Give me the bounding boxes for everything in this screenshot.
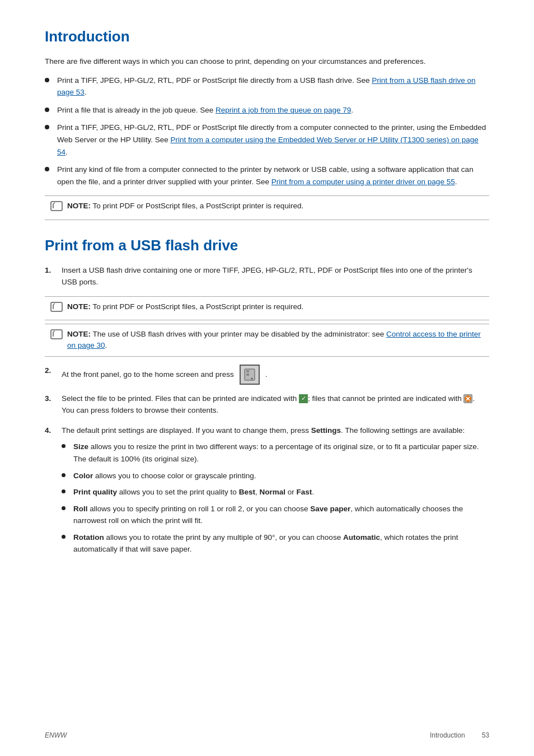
step-content: The default print settings are displayed… — [62, 424, 489, 560]
list-item-text: Print a file that is already in the job … — [57, 104, 353, 116]
bullet-dot — [45, 125, 49, 129]
list-item-text: Print a TIFF, JPEG, HP-GL/2, RTL, PDF or… — [57, 122, 489, 158]
reprint-link[interactable]: Reprint a job from the queue on page 79 — [216, 106, 351, 114]
list-item: Print a TIFF, JPEG, HP-GL/2, RTL, PDF or… — [45, 122, 489, 158]
list-item: Color allows you to choose color or gray… — [62, 470, 489, 482]
svg-rect-11 — [246, 374, 249, 376]
note-label: NOTE: — [67, 330, 91, 338]
step1-note1: NOTE: To print PDF or PostScript files, … — [45, 296, 489, 320]
usb-steps-list: 1. Insert a USB flash drive containing o… — [45, 264, 489, 560]
svg-line-15 — [466, 397, 470, 400]
list-item: Print quality allows you to set the prin… — [62, 486, 489, 498]
intro-note: NOTE: To print PDF or PostScript files, … — [45, 195, 489, 220]
bullet-dot — [45, 108, 49, 112]
svg-point-13 — [465, 395, 471, 402]
list-item: 4. The default print settings are displa… — [45, 424, 489, 560]
bullet-dot — [62, 506, 65, 510]
intro-bullet-list: Print a TIFF, JPEG, HP-GL/2, RTL, PDF or… — [45, 74, 489, 188]
note-text: To print PDF or PostScript files, a Post… — [93, 202, 304, 210]
svg-rect-0 — [51, 202, 62, 211]
svg-line-14 — [466, 397, 470, 400]
list-item: Print a file that is already in the job … — [45, 104, 489, 116]
usb-section-heading: Print from a USB flash drive — [45, 237, 489, 254]
introduction-heading: Introduction — [45, 28, 489, 45]
note-icon — [50, 302, 63, 315]
step4-intro: The default print settings are displayed… — [62, 426, 465, 435]
bullet-dot — [62, 535, 65, 539]
list-item: 2. At the front panel, go to the home sc… — [45, 365, 489, 385]
list-item-note: NOTE: To print PDF or PostScript files, … — [45, 296, 489, 320]
note-content: NOTE: The use of USB flash drives with y… — [67, 329, 484, 352]
step-number: 1. — [45, 264, 62, 277]
bullet-dot — [62, 473, 65, 477]
footer-right: Introduction 53 — [430, 731, 489, 739]
control-access-link[interactable]: Control access to the printer on page 30 — [67, 330, 481, 349]
list-item: Print a TIFF, JPEG, HP-GL/2, RTL, PDF or… — [45, 74, 489, 99]
setting-quality: Print quality allows you to set the prin… — [73, 486, 314, 498]
list-item: Roll allows you to specify printing on r… — [62, 503, 489, 527]
svg-line-8 — [53, 331, 55, 332]
step2-text: At the front panel, go to the home scree… — [62, 368, 234, 381]
bullet-dot — [45, 167, 49, 171]
error-icon — [463, 394, 472, 403]
usb-flash-drive-link[interactable]: Print from a USB flash drive on page 53 — [57, 76, 476, 97]
note-text: The use of USB flash drives with your pr… — [67, 330, 481, 349]
svg-point-12 — [251, 377, 252, 379]
step-content: Select the file to be printed. Files tha… — [62, 393, 489, 417]
step-number: 4. — [45, 424, 62, 437]
list-item-text: Print any kind of file from a computer c… — [57, 164, 489, 188]
list-item: Rotation allows you to rotate the print … — [62, 531, 489, 556]
list-item: Print any kind of file from a computer c… — [45, 164, 489, 188]
step-content: Insert a USB flash drive containing one … — [62, 264, 489, 288]
setting-rotation: Rotation allows you to rotate the print … — [73, 531, 489, 556]
setting-color: Color allows you to choose color or gray… — [73, 470, 256, 482]
svg-line-5 — [53, 304, 55, 305]
note-label: NOTE: — [67, 202, 91, 210]
step1-note2: NOTE: The use of USB flash drives with y… — [45, 324, 489, 357]
list-item: 1. Insert a USB flash drive containing o… — [45, 264, 489, 288]
setting-size: Size allows you to resize the print in t… — [73, 441, 489, 465]
footer-section-label: Introduction — [430, 731, 465, 739]
list-item-text: Print a TIFF, JPEG, HP-GL/2, RTL, PDF or… — [57, 74, 489, 99]
step-number: 2. — [45, 365, 62, 377]
settings-list: Size allows you to resize the print in t… — [62, 441, 489, 556]
list-item: Size allows you to resize the print in t… — [62, 441, 489, 465]
svg-rect-6 — [51, 330, 62, 339]
step-number: 3. — [45, 393, 62, 405]
note-content: NOTE: To print PDF or PostScript files, … — [67, 200, 484, 212]
footer-enww: ENWW — [45, 731, 67, 739]
note-content: NOTE: To print PDF or PostScript files, … — [67, 301, 484, 312]
period: . — [265, 368, 268, 381]
step-content: At the front panel, go to the home scree… — [62, 365, 489, 385]
list-item: 3. Select the file to be printed. Files … — [45, 393, 489, 417]
printer-driver-link[interactable]: Print from a computer using a printer dr… — [271, 178, 455, 186]
bullet-dot — [62, 444, 65, 448]
svg-rect-3 — [51, 302, 62, 311]
note-label: NOTE: — [67, 302, 91, 311]
note-icon — [50, 329, 63, 343]
page-footer: ENWW Introduction 53 — [45, 731, 489, 739]
svg-rect-9 — [245, 369, 255, 380]
bullet-dot — [62, 489, 65, 493]
svg-rect-10 — [246, 370, 249, 372]
note-icon — [50, 201, 63, 214]
svg-line-2 — [53, 203, 55, 204]
intro-paragraph: There are five different ways in which y… — [45, 55, 489, 68]
note-text: To print PDF or PostScript files, a Post… — [93, 302, 304, 311]
list-item-note2: NOTE: The use of USB flash drives with y… — [45, 324, 489, 357]
footer-page-number: 53 — [482, 731, 489, 739]
ews-link[interactable]: Print from a computer using the Embedded… — [57, 136, 479, 156]
panel-icon — [240, 365, 260, 385]
bullet-dot — [45, 78, 49, 82]
setting-roll: Roll allows you to specify printing on r… — [73, 503, 489, 527]
check-icon — [299, 394, 308, 403]
